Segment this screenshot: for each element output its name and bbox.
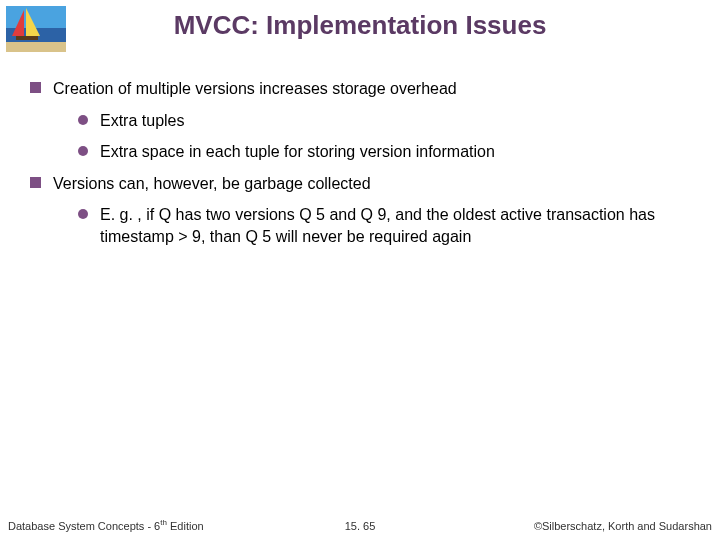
circle-bullet-icon [78,115,88,125]
footer: Database System Concepts - 6th Edition 1… [0,516,720,532]
bullet-text: Creation of multiple versions increases … [53,78,692,100]
bullet-level2: Extra space in each tuple for storing ve… [78,141,692,163]
circle-bullet-icon [78,209,88,219]
bullet-level1: Creation of multiple versions increases … [30,78,692,100]
bullet-level1: Versions can, however, be garbage collec… [30,173,692,195]
svg-rect-2 [6,42,66,52]
bullet-text: E. g. , if Q has two versions Q 5 and Q … [100,204,692,247]
slide-title: MVCC: Implementation Issues [0,10,720,41]
footer-right: ©Silberschatz, Korth and Sudarshan [534,520,712,532]
bullet-level2: Extra tuples [78,110,692,132]
slide: MVCC: Implementation Issues Creation of … [0,0,720,540]
bullet-text: Versions can, however, be garbage collec… [53,173,692,195]
bullet-text: Extra tuples [100,110,692,132]
circle-bullet-icon [78,146,88,156]
square-bullet-icon [30,82,41,93]
bullet-level2: E. g. , if Q has two versions Q 5 and Q … [78,204,692,247]
slide-content: Creation of multiple versions increases … [30,78,692,258]
bullet-text: Extra space in each tuple for storing ve… [100,141,692,163]
square-bullet-icon [30,177,41,188]
